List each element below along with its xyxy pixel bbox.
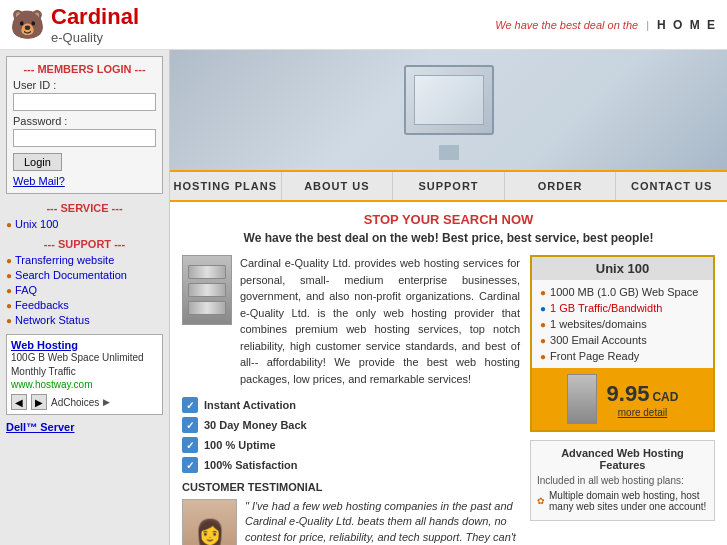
feature-item-3: ✓ 100% Satisfaction bbox=[182, 457, 520, 473]
unix100-label: Unix 100 bbox=[15, 218, 58, 230]
ad-nav: ◀ ▶ AdChoices ▶ bbox=[11, 394, 158, 410]
dell-link[interactable]: Dell™ Server bbox=[6, 421, 163, 433]
feature-item-2: ✓ 100 % Uptime bbox=[182, 437, 520, 453]
top-right: We have the best deal on the | H O M E bbox=[495, 18, 717, 32]
bullet-icon-1: ● bbox=[6, 270, 12, 281]
ad-prev-button[interactable]: ◀ bbox=[11, 394, 27, 410]
pkg-feature-label-0: 1000 MB (1.0 GB) Web Space bbox=[550, 286, 698, 298]
server-unit-1 bbox=[188, 265, 226, 279]
feature-item-1: ✓ 30 Day Money Back bbox=[182, 417, 520, 433]
pkg-feature-3: ● 300 Email Accounts bbox=[532, 332, 713, 348]
servers-image bbox=[182, 255, 232, 325]
intro-text: Cardinal e-Quality Ltd. provides web hos… bbox=[240, 255, 520, 387]
price-amount: 9.95 CAD bbox=[607, 381, 679, 407]
pkg-bullet-1: ● bbox=[540, 303, 546, 314]
main-wrapper: --- MEMBERS LOGIN --- User ID : Password… bbox=[0, 50, 727, 545]
feature-item-0: ✓ Instant Activation bbox=[182, 397, 520, 413]
service-title: --- SERVICE --- bbox=[6, 202, 163, 214]
check-icon-3: ✓ bbox=[182, 457, 198, 473]
support-link-2[interactable]: ● FAQ bbox=[6, 284, 163, 296]
main-content: STOP YOUR SEARCH NOW We have the best de… bbox=[170, 202, 727, 545]
intro-section: Cardinal e-Quality Ltd. provides web hos… bbox=[182, 255, 520, 387]
features-list: ✓ Instant Activation ✓ 30 Day Money Back… bbox=[182, 397, 520, 473]
right-col: Unix 100 ● 1000 MB (1.0 GB) Web Space ● … bbox=[530, 255, 715, 545]
ad-title[interactable]: Web Hosting bbox=[11, 339, 158, 351]
login-button[interactable]: Login bbox=[13, 153, 62, 171]
advanced-box: Advanced Web Hosting Features Included i… bbox=[530, 440, 715, 521]
tagline: We have the best deal on the bbox=[495, 19, 638, 31]
adv-bullet-0: ✿ bbox=[537, 496, 545, 506]
bullet-icon-4: ● bbox=[6, 315, 12, 326]
pkg-feature-2: ● 1 websites/domains bbox=[532, 316, 713, 332]
nav-about-us[interactable]: ABOUT US bbox=[282, 172, 394, 200]
feature-label-2: 100 % Uptime bbox=[204, 439, 276, 451]
logo-text: Cardinal e-Quality bbox=[51, 4, 139, 45]
home-link[interactable]: H O M E bbox=[657, 18, 717, 32]
advanced-subtitle: Included in all web hosting plans: bbox=[537, 475, 708, 486]
login-box: --- MEMBERS LOGIN --- User ID : Password… bbox=[6, 56, 163, 194]
advanced-feature-0: ✿ Multiple domain web hosting, host many… bbox=[537, 490, 708, 512]
check-icon-0: ✓ bbox=[182, 397, 198, 413]
feature-label-1: 30 Day Money Back bbox=[204, 419, 307, 431]
nav-order[interactable]: ORDER bbox=[505, 172, 617, 200]
package-price-box: 9.95 CAD more detail bbox=[532, 368, 713, 430]
ad-desc: 100G B Web Space Unlimited Monthly Traff… bbox=[11, 351, 158, 379]
ad-choices-label: AdChoices bbox=[51, 397, 99, 408]
support-link-0[interactable]: ● Transferring website bbox=[6, 254, 163, 266]
feature-label-0: Instant Activation bbox=[204, 399, 296, 411]
pkg-bullet-4: ● bbox=[540, 351, 546, 362]
price-currency: CAD bbox=[652, 390, 678, 404]
ad-choices-arrow: ▶ bbox=[103, 397, 110, 407]
price-server-image bbox=[567, 374, 597, 424]
testimonial-section: CUSTOMER TESTIMONIAL 👩 " I've had a few … bbox=[182, 481, 520, 545]
logo-eq: e-Quality bbox=[51, 30, 139, 45]
price-value: 9.95 bbox=[607, 381, 650, 406]
nav-bar: HOSTING PLANS ABOUT US SUPPORT ORDER CON… bbox=[170, 170, 727, 202]
adv-feature-label-0: Multiple domain web hosting, host many w… bbox=[549, 490, 708, 512]
logo-bear-icon: 🐻 bbox=[10, 8, 45, 41]
support-link-3[interactable]: ● Feedbacks bbox=[6, 299, 163, 311]
ad-next-button[interactable]: ▶ bbox=[31, 394, 47, 410]
unix100-link[interactable]: ● Unix 100 bbox=[6, 218, 163, 230]
monitor-screen bbox=[414, 75, 484, 125]
hero-computer-icon bbox=[389, 60, 509, 160]
support-label-0: Transferring website bbox=[15, 254, 114, 266]
bullet-icon-2: ● bbox=[6, 285, 12, 296]
nav-contact-us[interactable]: CONTACT US bbox=[616, 172, 727, 200]
sidebar: --- MEMBERS LOGIN --- User ID : Password… bbox=[0, 50, 170, 545]
stop-search-title: STOP YOUR SEARCH NOW bbox=[182, 212, 715, 227]
package-name: Unix 100 bbox=[532, 257, 713, 280]
userid-input[interactable] bbox=[13, 93, 156, 111]
content-columns: Cardinal e-Quality Ltd. provides web hos… bbox=[182, 255, 715, 545]
nav-support[interactable]: SUPPORT bbox=[393, 172, 505, 200]
pkg-feature-label-1: 1 GB Traffic/Bandwidth bbox=[550, 302, 662, 314]
bullet-icon-0: ● bbox=[6, 255, 12, 266]
testimonial-text: " I've had a few web hosting companies i… bbox=[245, 499, 520, 545]
pkg-feature-1: ● 1 GB Traffic/Bandwidth bbox=[532, 300, 713, 316]
price-more-detail[interactable]: more detail bbox=[607, 407, 679, 418]
support-link-1[interactable]: ● Search Documentation bbox=[6, 269, 163, 281]
logo-cardinal: Cardinal bbox=[51, 4, 139, 30]
password-input[interactable] bbox=[13, 129, 156, 147]
bullet-icon: ● bbox=[6, 219, 12, 230]
server-unit-2 bbox=[188, 283, 226, 297]
support-title: --- SUPPORT --- bbox=[6, 238, 163, 250]
pkg-feature-label-2: 1 websites/domains bbox=[550, 318, 647, 330]
price-info: 9.95 CAD more detail bbox=[607, 381, 679, 418]
monitor-stand bbox=[439, 145, 459, 160]
server-unit-3 bbox=[188, 301, 226, 315]
top-divider: | bbox=[646, 19, 649, 31]
testimonial-body: 👩 " I've had a few web hosting companies… bbox=[182, 499, 520, 545]
password-label: Password : bbox=[13, 115, 156, 127]
ad-link[interactable]: www.hostway.com bbox=[11, 379, 158, 390]
testimonial-title: CUSTOMER TESTIMONIAL bbox=[182, 481, 520, 493]
check-icon-2: ✓ bbox=[182, 437, 198, 453]
pkg-feature-label-3: 300 Email Accounts bbox=[550, 334, 647, 346]
check-icon-1: ✓ bbox=[182, 417, 198, 433]
top-bar: 🐻 Cardinal e-Quality We have the best de… bbox=[0, 0, 727, 50]
bullet-icon-3: ● bbox=[6, 300, 12, 311]
userid-label: User ID : bbox=[13, 79, 156, 91]
webmail-link[interactable]: Web Mail? bbox=[13, 175, 156, 187]
support-link-4[interactable]: ● Network Status bbox=[6, 314, 163, 326]
nav-hosting-plans[interactable]: HOSTING PLANS bbox=[170, 172, 282, 200]
